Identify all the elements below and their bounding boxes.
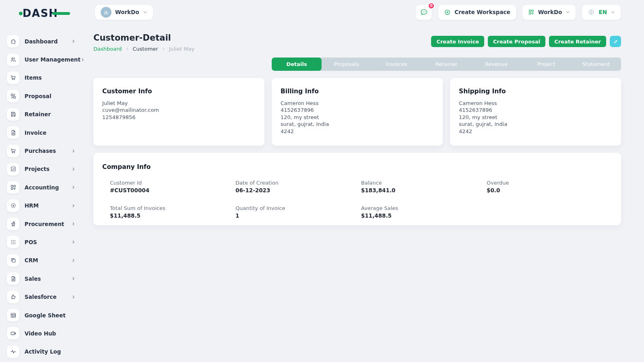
home-icon: [7, 35, 19, 47]
field-value: 1: [235, 212, 361, 219]
sidebar-item-accounting[interactable]: Accounting: [0, 178, 85, 196]
language-selector[interactable]: EN: [582, 4, 621, 20]
tab-project[interactable]: Project: [521, 58, 571, 71]
sidebar-item-label: Salesforce: [25, 294, 71, 300]
users-icon: [7, 53, 19, 66]
activity-icon: [7, 346, 19, 358]
sidebar-item-dashboard[interactable]: Dashboard: [0, 32, 85, 50]
breadcrumb-link-customer[interactable]: Customer: [133, 46, 158, 52]
sidebar-item-video-hub[interactable]: Video Hub: [0, 324, 85, 342]
chat-icon: [420, 8, 428, 16]
edit-customer-button[interactable]: [610, 36, 621, 47]
target-icon: [7, 200, 19, 212]
customer-email: cuve@mailinator.com: [102, 107, 256, 113]
main-content: Customer-Detail Dashboard Customer Julie…: [93, 27, 621, 225]
field-average-sales: Average Sales $11,488.5: [361, 205, 487, 219]
field-overdue: Overdue $0.0: [487, 180, 612, 193]
sidebar-item-label: HRM: [25, 202, 71, 209]
messages-button[interactable]: 0: [415, 4, 432, 20]
globe-icon: [588, 8, 595, 16]
sidebar-item-crm[interactable]: CRM: [0, 251, 85, 269]
company-info-fields: Customer Id #CUST00004 Date of Creation …: [110, 180, 612, 219]
create-invoice-button[interactable]: Create Invoice: [431, 36, 484, 47]
chevron-right-icon: [71, 185, 76, 189]
page-title: Customer-Detail: [93, 33, 194, 43]
sidebar-item-sales[interactable]: Sales: [0, 269, 85, 288]
workspace-name: WorkDo: [115, 9, 139, 15]
sidebar-item-invoice[interactable]: Invoice: [0, 123, 85, 142]
sidebar-item-label: Dashboard: [25, 38, 71, 45]
shipping-name: Cameron Hess: [459, 100, 612, 107]
sidebar-item-proposal[interactable]: Proposal: [0, 87, 85, 105]
sidebar-item-pos[interactable]: POS: [0, 233, 85, 251]
breadcrumb: Dashboard Customer Juliet May: [93, 46, 194, 52]
topbar-right-cluster: 0 Create Workspace WorkDo EN: [415, 4, 621, 20]
detail-tabs: Details Proposals Invoices Retainer Reve…: [272, 58, 621, 71]
sidebar-item-salesforce[interactable]: Salesforce: [0, 288, 85, 306]
field-label: Balance: [361, 180, 487, 186]
sidebar-item-retainer[interactable]: Retainer: [0, 105, 85, 123]
tab-revenue[interactable]: Revenue: [471, 58, 521, 71]
chevron-right-icon: [71, 258, 76, 263]
check-square-icon: [7, 163, 19, 175]
billing-street: 120, my street: [281, 114, 434, 121]
sidebar-item-google-sheet[interactable]: Google Sheet: [0, 306, 85, 324]
page-header: Customer-Detail Dashboard Customer Julie…: [93, 33, 621, 52]
sidebar-item-label: Projects: [25, 166, 71, 172]
shipping-street: 120, my street: [459, 114, 612, 121]
chevron-right-icon: [71, 276, 76, 281]
create-retainer-button[interactable]: Create Retainer: [549, 36, 606, 47]
create-workspace-button[interactable]: Create Workspace: [438, 4, 516, 20]
copy-icon: [7, 254, 19, 267]
field-label: Overdue: [487, 180, 612, 186]
field-customer-id: Customer Id #CUST00004: [110, 180, 235, 193]
tab-details[interactable]: Details: [272, 58, 322, 71]
chevron-right-icon: [71, 240, 76, 244]
cart-icon: [7, 145, 19, 157]
shipping-city: surat, gujrat, India: [459, 121, 612, 128]
sidebar-item-activity-log[interactable]: Activity Log: [0, 343, 85, 361]
cart-flag-icon: [7, 218, 19, 230]
breadcrumb-link-dashboard[interactable]: Dashboard: [93, 46, 122, 52]
field-label: Quantity of Invoice: [235, 205, 361, 211]
sidebar-item-items[interactable]: Items: [0, 69, 85, 87]
shipping-phone: 4152637896: [459, 107, 612, 113]
sidebar-item-user-management[interactable]: User Management: [0, 50, 85, 68]
plus-circle-icon: [444, 9, 451, 16]
sidebar-item-procurement[interactable]: Procurement: [0, 215, 85, 233]
shipping-info-card: Shipping Info Cameron Hess 4152637896 12…: [450, 78, 621, 146]
sidebar-item-label: Retainer: [25, 111, 76, 117]
field-value: $183,841.0: [361, 187, 487, 193]
tab-invoices[interactable]: Invoices: [372, 58, 421, 71]
sidebar-item-label: POS: [25, 239, 71, 245]
sidebar-item-projects[interactable]: Projects: [0, 160, 85, 178]
create-proposal-button[interactable]: Create Proposal: [488, 36, 545, 47]
customer-phone: 1254879856: [102, 114, 256, 121]
logo-dot-accent: [19, 12, 23, 15]
field-total-sum-of-invoices: Total Sum of Invoices $11,488.5: [110, 205, 235, 219]
page-actions: Create Invoice Create Proposal Create Re…: [431, 36, 621, 47]
shipping-zip: 4242: [459, 128, 612, 135]
chevron-right-icon: [71, 149, 76, 153]
card-title: Shipping Info: [459, 88, 612, 95]
customer-name: Juliet May: [102, 100, 256, 107]
brand-logo[interactable]: DASH: [23, 6, 64, 20]
billing-city: surat, gujrat, India: [281, 121, 434, 128]
field-value: $0.0: [487, 187, 612, 193]
field-date-of-creation: Date of Creation 06-12-2023: [235, 180, 361, 193]
chevron-right-icon: [71, 204, 76, 208]
sidebar-item-purchases[interactable]: Purchases: [0, 142, 85, 160]
field-label: Date of Creation: [235, 180, 361, 186]
tab-retainer[interactable]: Retainer: [421, 58, 471, 71]
field-value: 06-12-2023: [235, 187, 361, 193]
file-icon: [7, 272, 19, 285]
field-label: Average Sales: [361, 205, 487, 211]
create-workspace-label: Create Workspace: [454, 9, 510, 15]
workspace-selector[interactable]: WorkDo: [95, 4, 153, 20]
tab-statement[interactable]: Statement: [571, 58, 621, 71]
chevron-right-icon: [162, 47, 165, 51]
card-title: Customer Info: [102, 88, 256, 95]
tab-proposals[interactable]: Proposals: [322, 58, 372, 71]
sidebar-item-hrm[interactable]: HRM: [0, 197, 85, 215]
app-switcher-button[interactable]: WorkDo: [522, 4, 576, 20]
